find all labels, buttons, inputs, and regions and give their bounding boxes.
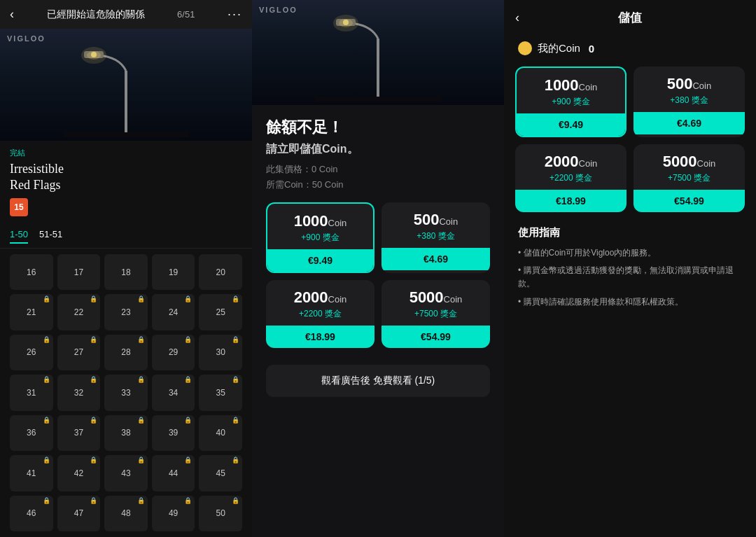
r-pkg-price-button[interactable]: €4.69 (634, 112, 745, 134)
pkg-top: 5000Coin+7500 獎金 (382, 280, 490, 326)
lock-icon: 🔒 (184, 456, 192, 463)
episode-cell[interactable]: 21🔒 (10, 294, 53, 330)
right-package-card[interactable]: 5000Coin+7500 獎金€54.99 (634, 144, 745, 212)
left-back-button[interactable]: ‹ (10, 7, 14, 22)
right-package-card[interactable]: 500Coin+380 獎金€4.69 (634, 67, 745, 137)
pkg-top: 1000Coin+900 獎金 (267, 204, 373, 249)
lock-icon: 🔒 (43, 376, 50, 383)
episode-cell[interactable]: 50🔒 (199, 496, 242, 531)
episode-cell[interactable]: 17 (57, 254, 101, 290)
r-pkg-price-button[interactable]: €9.49 (517, 113, 625, 136)
episode-cell[interactable]: 44🔒 (152, 455, 195, 491)
lock-icon: 🔒 (137, 295, 145, 302)
middle-panel: VIGLOO 餘額不足！ 請立即儲值Coin。 此集價格：0 Coin 所需Co… (252, 0, 504, 537)
right-package-card[interactable]: 1000Coin+900 獎金€9.49 (515, 67, 626, 137)
episode-cell[interactable]: 20 (199, 254, 242, 290)
episode-cell[interactable]: 19 (152, 254, 195, 290)
r-pkg-bonus: +900 獎金 (524, 96, 618, 108)
guide-item: 儲值的Coin可用於Vigloo內的服務。 (518, 246, 742, 260)
right-package-card[interactable]: 2000Coin+2200 獎金€18.99 (515, 144, 626, 212)
episode-cell[interactable]: 27🔒 (57, 335, 101, 370)
pkg-price-button[interactable]: €54.99 (382, 326, 490, 348)
episode-cell[interactable]: 41🔒 (10, 455, 53, 491)
right-back-button[interactable]: ‹ (515, 11, 519, 25)
mid-package-card[interactable]: 1000Coin+900 獎金€9.49 (266, 202, 374, 273)
episode-cell[interactable]: 47🔒 (57, 496, 101, 531)
episode-cell[interactable]: 16 (10, 254, 53, 290)
mid-vigloo-watermark: VIGLOO (259, 6, 298, 14)
tab-1-50[interactable]: 1-50 (10, 229, 28, 244)
episode-cell[interactable]: 39🔒 (152, 415, 195, 451)
left-streetlight-svg (63, 29, 189, 137)
lock-icon: 🔒 (43, 456, 50, 463)
pkg-price-button[interactable]: €9.49 (267, 249, 373, 272)
my-coin-amount: 0 (589, 43, 594, 55)
episode-cell[interactable]: 36🔒 (10, 415, 53, 451)
episode-cell[interactable]: 37🔒 (57, 415, 101, 451)
episode-cell[interactable]: 31🔒 (10, 375, 53, 410)
right-header: ‹ 儲值 (504, 0, 756, 36)
episode-cell[interactable]: 40🔒 (199, 415, 242, 451)
watch-ad-button[interactable]: 觀看廣告後 免費觀看 (1/5) (266, 365, 490, 397)
tab-51-51[interactable]: 51-51 (39, 229, 62, 244)
lock-icon: 🔒 (43, 497, 50, 504)
episode-cell[interactable]: 42🔒 (57, 455, 101, 491)
guide-item: 購買時請確認服務使用條款和隱私權政策。 (518, 295, 742, 309)
episode-cell[interactable]: 23🔒 (104, 294, 148, 330)
left-more-button[interactable]: ··· (227, 7, 242, 22)
pkg-price-button[interactable]: €18.99 (266, 326, 374, 348)
insufficient-title: 餘額不足！ (266, 118, 490, 138)
guide-section: 使用指南 儲值的Coin可用於Vigloo內的服務。購買金幣或透過活動獲發的獎勵… (504, 226, 756, 313)
mid-package-card[interactable]: 5000Coin+7500 獎金€54.99 (382, 280, 490, 348)
pkg-top: 500Coin+380 獎金 (382, 202, 490, 248)
left-episode-count: 6/51 (177, 9, 195, 20)
right-packages-grid: 1000Coin+900 獎金€9.49500Coin+380 獎金€4.692… (504, 67, 756, 212)
lock-icon: 🔒 (90, 336, 97, 343)
left-panel: ‹ 已經開始這危險的關係 6/51 ··· VIGLOO 完結 Irresist… (0, 0, 252, 537)
episode-cell[interactable]: 32🔒 (57, 375, 101, 410)
episode-cell[interactable]: 33🔒 (104, 375, 148, 410)
episode-cell[interactable]: 34🔒 (152, 375, 195, 410)
lock-icon: 🔒 (232, 417, 239, 424)
mid-content: 餘額不足！ 請立即儲值Coin。 此集價格：0 Coin 所需Coin：50 C… (252, 105, 504, 537)
svg-point-4 (91, 52, 97, 57)
r-pkg-top: 500Coin+380 獎金 (634, 67, 745, 112)
pkg-coin-amount: 1000Coin (274, 212, 366, 230)
episode-cell[interactable]: 45🔒 (199, 455, 242, 491)
episode-cell[interactable]: 46🔒 (10, 496, 53, 531)
episode-cell[interactable]: 22🔒 (57, 294, 101, 330)
r-pkg-top: 2000Coin+2200 獎金 (515, 144, 626, 190)
episode-cell[interactable]: 43🔒 (104, 455, 148, 491)
r-pkg-top: 5000Coin+7500 獎金 (634, 144, 745, 190)
episode-cell[interactable]: 24🔒 (152, 294, 195, 330)
episode-cell[interactable]: 38🔒 (104, 415, 148, 451)
r-pkg-price-button[interactable]: €54.99 (634, 190, 745, 212)
lock-icon: 🔒 (184, 497, 192, 504)
r-pkg-price-button[interactable]: €18.99 (515, 190, 626, 212)
episode-cell[interactable]: 26🔒 (10, 335, 53, 370)
episode-cell[interactable]: 35🔒 (199, 375, 242, 410)
episode-cell[interactable]: 28🔒 (104, 335, 148, 370)
lock-icon: 🔒 (43, 295, 50, 302)
right-panel: ‹ 儲值 我的Coin 0 1000Coin+900 獎金€9.49500Coi… (504, 0, 756, 537)
my-coin-label: 我的Coin (538, 42, 580, 55)
left-header: ‹ 已經開始這危險的關係 6/51 ··· (0, 0, 252, 29)
r-pkg-coin-amount: 2000Coin (522, 153, 620, 171)
mid-package-card[interactable]: 2000Coin+2200 獎金€18.99 (266, 280, 374, 348)
insufficient-subtitle: 請立即儲值Coin。 (266, 142, 490, 157)
episode-cell[interactable]: 30🔒 (199, 335, 242, 370)
episode-cell[interactable]: 48🔒 (104, 496, 148, 531)
episode-cell[interactable]: 49🔒 (152, 496, 195, 531)
lock-icon: 🔒 (137, 417, 145, 424)
complete-badge: 完結 (10, 148, 242, 158)
episode-cell[interactable]: 18 (104, 254, 148, 290)
episode-cell[interactable]: 25🔒 (199, 294, 242, 330)
svg-rect-0 (125, 71, 127, 137)
pkg-coin-amount: 500Coin (388, 211, 483, 229)
my-coin-row: 我的Coin 0 (504, 36, 756, 67)
pkg-price-button[interactable]: €4.69 (382, 248, 490, 270)
mid-package-card[interactable]: 500Coin+380 獎金€4.69 (382, 202, 490, 273)
lock-icon: 🔒 (137, 497, 145, 504)
lock-icon: 🔒 (137, 456, 145, 463)
episode-cell[interactable]: 29🔒 (152, 335, 195, 370)
